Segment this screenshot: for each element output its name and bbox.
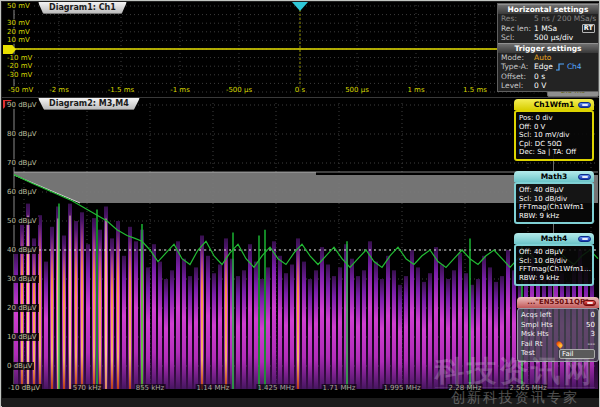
tab-diagram1[interactable]: Diagram1: Ch1 [38, 2, 127, 14]
y-tick-label: -10 mV [5, 54, 34, 62]
mask-test-key: Msk Hts [521, 330, 549, 340]
tab-diagram2[interactable]: Diagram2: M3,M4 [38, 98, 140, 110]
horizontal-settings-header[interactable]: Horizontal settings [498, 4, 598, 14]
y-tick-label: 80 dBµV [5, 130, 39, 138]
math3-badge-header[interactable]: Math3 [514, 171, 594, 182]
settings-value: Auto [534, 53, 551, 63]
settings-value: Edge [534, 62, 553, 72]
math3-badge-body: Off: 40 dBµVScl: 10 dB/divFFTmag(Ch1Wfm1… [514, 182, 594, 224]
math4-badge-title: Math4 [541, 234, 568, 243]
settings-key: Scl: [501, 33, 534, 43]
minimize-pill-icon[interactable] [578, 102, 591, 108]
mask-test-key: Smpl Hts [521, 321, 553, 331]
settings-value: 0 s [534, 72, 545, 82]
settings-value: 5 ns / 200 MSa/s [534, 14, 596, 24]
badge-row: Scl: 10 dB/div [519, 257, 589, 266]
mask-test-key: Fail Rt [521, 340, 542, 350]
mask-test-value: --- [587, 340, 595, 350]
minimize-pill-icon[interactable] [578, 236, 591, 242]
x-tick-label: -500 µs [225, 86, 253, 94]
y-tick-label: 60 dBµV [5, 188, 39, 196]
settings-key: Mode: [501, 53, 534, 63]
settings-row: Level:0 V [498, 81, 598, 91]
x-tick-label: 1 ms [406, 86, 425, 94]
mask-test-row: Smpl Hts50 [521, 321, 595, 331]
trigger-source-channel[interactable]: Ch4 [567, 62, 582, 72]
y-tick-label: 50 mV [5, 2, 32, 10]
x-tick-label: 2.28 MHz [448, 384, 483, 392]
mask-test-value: 3 [591, 330, 595, 340]
trigger-settings-header[interactable]: Trigger settings [498, 43, 598, 53]
badge-row: FFTmag(Ch1Wfm1 [519, 203, 589, 212]
settings-row: Res:5 ns / 200 MSa/s [498, 14, 598, 24]
math4-badge-header[interactable]: Math4 [514, 233, 594, 244]
x-tick-label: 0 s [294, 86, 306, 94]
x-tick-label: 570 kHz [72, 384, 103, 392]
badge-row: Scl: 10 mV/div [519, 131, 589, 140]
ch1wfm1-badge[interactable]: Ch1Wfm1 Pos: 0 divOff: 0 VScl: 10 mV/div… [514, 99, 594, 161]
y-tick-label: 50 dBµV [5, 217, 39, 225]
math4-badge[interactable]: Math4 Off: 40 dBµVScl: 10 dB/divFFTmag(C… [514, 233, 594, 286]
math4-badge-body: Off: 40 dBµVScl: 10 dB/divFFTmag(Ch1Wfm1… [514, 244, 594, 286]
y-tick-label: -20 mV [5, 62, 34, 70]
trigger-settings-rows: Mode:AutoType-A:EdgeCh4Offset:0 sLevel:0… [498, 53, 598, 91]
settings-key: Rec len: [501, 24, 534, 34]
edge-trigger-icon [556, 63, 565, 71]
mask-test-pill-icon[interactable] [583, 300, 596, 306]
mask-test-row: TestFail [521, 349, 595, 359]
x-tick-label: 1.995 MHz [382, 384, 421, 392]
x-tick-label: 855 kHz [135, 384, 166, 392]
badge-row: FFTmag(Ch1Wfm1… [519, 265, 589, 274]
x-tick-label: -2 ms [48, 86, 70, 94]
horizontal-settings-rows: Res:5 ns / 200 MSa/sRec len:1 MSaRTScl:5… [498, 14, 598, 43]
settings-key: Type-A: [501, 62, 534, 72]
mask-test-row: Fail Rt--- [521, 340, 595, 350]
en55011qp-badge-title: ..."EN55011QP" [527, 298, 588, 306]
bottom-strip [2, 398, 599, 407]
y-tick-label: 30 mV [5, 19, 32, 27]
mask-test-row: Msk Hts3 [521, 330, 595, 340]
badge-row: Off: 40 dBµV [519, 248, 589, 257]
trigger-position-marker-icon[interactable] [292, 2, 308, 11]
ch1wfm1-badge-header[interactable]: Ch1Wfm1 [514, 99, 594, 110]
y-tick-label: 90 dBµV [5, 101, 39, 109]
x-tick-label: -1 ms [169, 86, 191, 94]
settings-value: 0 V [534, 81, 546, 91]
badge-row: RBW: 9 kHz [519, 274, 589, 283]
y-tick-label: 0 dBµV [5, 362, 34, 370]
math3-badge[interactable]: Math3 Off: 40 dBµVScl: 10 dB/divFFTmag(C… [514, 171, 594, 224]
ch1wfm1-badge-body: Pos: 0 divOff: 0 VScl: 10 mV/divCpl: DC … [514, 110, 594, 161]
test-result-field[interactable]: Fail [559, 349, 595, 359]
settings-value: 1 MSa [534, 24, 557, 34]
x-tick-label: 2.565 MHz [508, 384, 547, 392]
settings-row: Offset:0 s [498, 72, 598, 82]
mask-test-value: 50 [586, 321, 595, 331]
diagram2-corner-label: -10 dBµV [6, 384, 42, 392]
y-tick-label: 40 dBµV [5, 246, 39, 254]
settings-row: Mode:Auto [498, 53, 598, 63]
y-tick-label: 10 mV [5, 36, 32, 44]
x-tick-label: 1.5 ms [462, 86, 488, 94]
badge-row: RBW: 9 kHz [519, 212, 589, 221]
settings-key: Offset: [501, 72, 534, 82]
minimize-pill-icon[interactable] [578, 174, 591, 180]
diagram2-spectrum: Diagram2: M3,M4 -10 dBµV 90 dBµV80 dBµV7… [2, 98, 599, 398]
badge-row: Pos: 0 div [519, 114, 589, 123]
x-tick-label: 1.14 MHz [196, 384, 231, 392]
badge-row: Cpl: DC 50Ω [519, 140, 589, 149]
fft-spectrum-plot [2, 98, 599, 398]
y-tick-label: 20 dBµV [5, 304, 39, 312]
settings-panel: Horizontal settings Res:5 ns / 200 MSa/s… [497, 3, 599, 92]
en55011qp-badge-header[interactable]: ..."EN55011QP" [517, 297, 599, 308]
mask-test-row: Acqs left0 [521, 311, 595, 321]
y-tick-label: 70 dBµV [5, 159, 39, 167]
en55011qp-badge[interactable]: ..."EN55011QP" Acqs left0Smpl Hts50Msk H… [517, 297, 599, 362]
math3-badge-title: Math3 [541, 172, 568, 181]
settings-key: Res: [501, 14, 534, 24]
mask-test-key: Test [521, 349, 535, 359]
mask-test-key: Acqs left [521, 311, 551, 321]
oscilloscope-screen: Diagram1: Ch1 -50 mV 50 mV30 mV20 mV10 m… [0, 0, 600, 407]
settings-key: Level: [501, 81, 534, 91]
badge-row: Off: 40 dBµV [519, 186, 589, 195]
y-tick-label: 10 dBµV [5, 333, 39, 341]
